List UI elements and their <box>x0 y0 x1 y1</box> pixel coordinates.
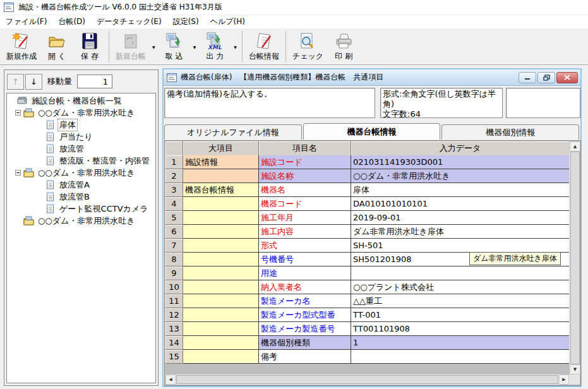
toolbar-button-icon <box>80 32 100 51</box>
input-data-cell[interactable]: 1 <box>351 336 570 350</box>
move-down-button[interactable]: ↓ <box>25 74 42 90</box>
close-button[interactable] <box>556 72 578 83</box>
tree-item[interactable]: 施設台帳・機器台帳一覧 <box>7 95 155 107</box>
tree-item-icon <box>45 132 56 141</box>
toolbar-button[interactable]: 印 刷 <box>327 30 360 63</box>
tree-item[interactable]: 戸当たり <box>7 131 155 143</box>
menu-item[interactable]: ヘルプ(H) <box>205 15 251 28</box>
toolbar-button[interactable]: 保 存 <box>73 30 106 63</box>
input-data-cell[interactable]: ○○ダム・非常用洪水吐き <box>351 169 570 183</box>
tree-item[interactable]: 放流管A <box>7 179 155 191</box>
menu-item[interactable]: ファイル(F) <box>0 15 52 28</box>
tree-item-icon <box>23 168 34 177</box>
tree-item[interactable]: 放流管 <box>7 143 155 155</box>
category-cell <box>183 280 259 294</box>
input-data-cell[interactable]: DA010101010101 <box>351 197 570 211</box>
item-name-cell: 施設コード <box>259 155 351 169</box>
tree-item[interactable]: 扉体 <box>7 119 155 131</box>
input-data-cell[interactable]: 0210311419303D001 <box>351 155 570 169</box>
scroll-left-icon[interactable]: ◀ <box>165 374 176 385</box>
input-data-cell[interactable]: TT-001 <box>351 308 570 322</box>
tree-expander-icon[interactable] <box>37 158 42 164</box>
horizontal-scrollbar[interactable]: ◀ ▶ <box>165 374 569 385</box>
toolbar-button[interactable]: 取 込 <box>158 30 191 63</box>
item-name-cell: 製造メーカ型式型番 <box>259 308 351 322</box>
tab-strip: オリジナルファイル情報 機器台帳情報 機器個別情報 <box>164 124 580 140</box>
tree-expander-icon[interactable] <box>37 194 42 200</box>
tree-item-icon <box>45 156 56 165</box>
scroll-down-icon[interactable]: ▼ <box>570 364 580 374</box>
tree-item[interactable]: 放流管B <box>7 191 155 203</box>
row-number-cell: 5 <box>165 211 183 225</box>
row-number-cell: 15 <box>165 350 183 364</box>
horizontal-scroll-thumb[interactable] <box>176 375 558 384</box>
restore-button[interactable] <box>537 72 555 83</box>
toolbar-button[interactable]: 開 く <box>40 30 73 63</box>
input-data-cell[interactable] <box>351 266 570 280</box>
tree-expander-icon[interactable] <box>37 134 42 140</box>
vertical-scroll-thumb[interactable] <box>570 152 580 364</box>
tree-expander-icon[interactable] <box>37 206 42 212</box>
toolbar-dropdown-arrow[interactable]: ▼ <box>231 30 239 64</box>
tree-expander-icon[interactable] <box>37 122 42 128</box>
input-data-cell[interactable]: 2019-09-01 <box>351 211 570 225</box>
tree-expander-icon[interactable] <box>15 110 21 116</box>
mdi-title-bar[interactable]: 機器台帳(扉体) 【適用機器個別種類】機器台帳 共通項目 <box>164 69 580 86</box>
item-name-cell: 機器名 <box>259 183 351 197</box>
row-number-cell: 14 <box>165 336 183 350</box>
item-name-cell: 施工内容 <box>259 225 351 239</box>
input-data-cell[interactable]: 扉体 <box>351 183 570 197</box>
tab[interactable]: 機器台帳情報 <box>303 123 441 140</box>
extra-hint-box <box>506 88 580 118</box>
ledger-tree-panel: ↑ ↓ 移動量 施設台帳・機器台帳一覧 ○○ダム・非常用洪水吐き <box>4 69 159 386</box>
scroll-up-icon[interactable]: ▲ <box>570 141 580 152</box>
category-cell <box>183 253 259 266</box>
tree-item-icon <box>45 144 56 153</box>
tree-expander-icon[interactable] <box>37 182 42 188</box>
toolbar-button[interactable]: 新規作成 <box>3 30 40 63</box>
tree-item[interactable]: 整流版・整流管・内張管 <box>7 155 155 167</box>
input-data-cell[interactable]: SH-501 <box>351 239 570 253</box>
item-name-cell: 形式 <box>259 239 351 253</box>
tree-item[interactable]: ゲート監視CCTVカメラ <box>7 203 155 215</box>
toolbar-dropdown-arrow[interactable]: ▼ <box>150 30 158 64</box>
tree-item[interactable]: ○○ダム・非常用洪水吐き <box>7 215 155 227</box>
tree-expander-icon[interactable] <box>9 98 15 104</box>
toolbar-button[interactable]: 台帳情報 <box>245 30 283 63</box>
toolbar-button-icon <box>47 32 67 51</box>
toolbar-dropdown-arrow[interactable]: ▼ <box>191 30 199 64</box>
toolbar-button-icon: XML <box>205 32 225 51</box>
vertical-scrollbar[interactable]: ▲ ▼ <box>569 141 580 374</box>
toolbar-button-icon <box>297 32 318 51</box>
input-data-cell[interactable]: TT001101908 <box>351 322 570 336</box>
toolbar-button-icon <box>121 32 141 51</box>
tree-expander-icon[interactable] <box>37 146 42 152</box>
row-number-cell: 9 <box>165 266 183 280</box>
row-number-cell: 8 <box>165 253 183 266</box>
item-name-cell: 備考 <box>259 350 351 364</box>
item-name-cell: 施工年月 <box>259 211 351 225</box>
menu-item[interactable]: 台帳(D) <box>52 15 91 28</box>
menu-item[interactable]: 設定(S) <box>167 15 205 28</box>
minimize-button[interactable] <box>519 72 536 83</box>
toolbar-button[interactable]: 新規台帳 <box>112 30 150 63</box>
scroll-right-icon[interactable]: ▶ <box>559 374 569 385</box>
toolbar-button-icon <box>164 32 184 51</box>
move-amount-input[interactable] <box>77 75 112 88</box>
toolbar-button[interactable]: チェック <box>289 30 327 63</box>
input-data-cell[interactable] <box>351 350 570 364</box>
input-data-cell[interactable]: △△重工 <box>351 294 570 308</box>
category-cell <box>183 322 259 336</box>
input-data-cell[interactable]: ダム非常用洪水吐き扉体 <box>351 225 570 239</box>
input-data-cell[interactable]: ○○プラント株式会社 <box>351 280 570 294</box>
format-hint-box: 形式:全角文字(但し英数字は半角) 文字数:64 <box>380 88 503 118</box>
tab[interactable]: 機器個別情報 <box>441 124 579 140</box>
tree-item[interactable]: ○○ダム・非常用洪水吐き <box>7 107 155 119</box>
menu-item[interactable]: データチェック(E) <box>91 15 167 28</box>
toolbar-button[interactable]: XML 出 力 <box>198 30 231 63</box>
move-up-button[interactable]: ↑ <box>7 74 24 90</box>
tree-expander-icon[interactable] <box>15 170 21 176</box>
tree-item[interactable]: ○○ダム・非常用洪水吐き <box>7 167 155 179</box>
row-number-cell: 12 <box>165 308 183 322</box>
tab[interactable]: オリジナルファイル情報 <box>164 124 302 140</box>
